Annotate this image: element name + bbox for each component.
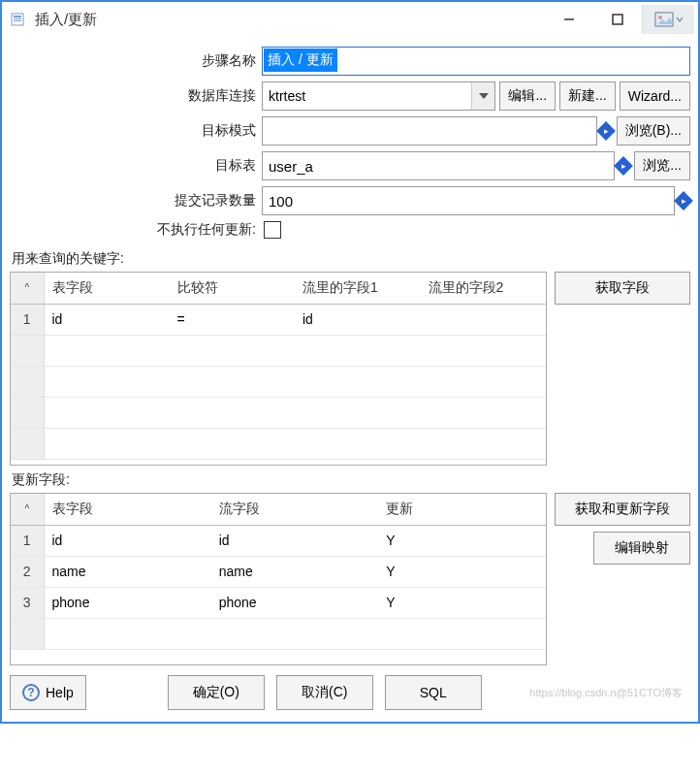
- minimize-button[interactable]: [545, 5, 593, 34]
- variable-icon: [614, 156, 633, 176]
- get-update-fields-button[interactable]: 获取和更新字段: [555, 493, 690, 526]
- help-icon: ?: [22, 684, 40, 701]
- dialog-content: 步骤名称 插入 / 更新 数据库连接 ktrtest 编辑... 新建... W…: [2, 37, 698, 665]
- step-name-input[interactable]: 插入 / 更新: [262, 47, 690, 76]
- table-row[interactable]: 1id=id: [11, 304, 546, 335]
- commit-count-label: 提交记录数量: [10, 192, 262, 210]
- svg-rect-1: [14, 16, 21, 17]
- db-connection-select[interactable]: ktrtest: [262, 81, 495, 111]
- window-title: 插入/更新: [35, 11, 545, 29]
- svg-rect-3: [14, 20, 21, 21]
- table-row[interactable]: 1ididY: [11, 525, 546, 556]
- table-row[interactable]: 2namenameY: [11, 556, 546, 587]
- svg-rect-5: [613, 15, 622, 24]
- new-connection-button[interactable]: 新建...: [559, 81, 616, 111]
- edit-connection-button[interactable]: 编辑...: [499, 81, 556, 111]
- corner-cell: ^: [11, 273, 44, 304]
- db-connection-label: 数据库连接: [10, 87, 262, 105]
- target-schema-input[interactable]: [262, 116, 597, 146]
- help-button[interactable]: ? Help: [10, 675, 86, 710]
- target-table-label: 目标表: [10, 157, 262, 175]
- update-section-label: 更新字段:: [10, 466, 690, 493]
- get-fields-button[interactable]: 获取字段: [555, 272, 690, 305]
- variable-icon: [596, 121, 616, 141]
- sql-button[interactable]: SQL: [385, 675, 482, 710]
- col-stream-field: 流字段: [211, 494, 379, 525]
- col-comparator: 比较符: [170, 273, 296, 304]
- chevron-down-icon: [471, 82, 494, 110]
- col-table-field: 表字段: [44, 494, 211, 525]
- variable-icon: [674, 191, 693, 210]
- no-update-label: 不执行任何更新:: [10, 221, 262, 239]
- app-icon: [10, 11, 27, 28]
- ok-button[interactable]: 确定(O): [168, 675, 265, 710]
- wizard-button[interactable]: Wizard...: [620, 81, 690, 111]
- corner-cell: ^: [11, 494, 44, 525]
- lookup-table[interactable]: ^ 表字段 比较符 流里的字段1 流里的字段2 1id=id....: [10, 272, 547, 466]
- target-table-input[interactable]: [262, 151, 615, 180]
- svg-rect-2: [14, 18, 21, 19]
- col-update: 更新: [378, 494, 546, 525]
- watermark: https://blog.csdn.n@51CTO博客: [529, 686, 690, 700]
- picture-button[interactable]: [642, 5, 694, 34]
- no-update-checkbox[interactable]: [264, 221, 281, 239]
- browse-table-button[interactable]: 浏览...: [634, 151, 690, 180]
- maximize-button[interactable]: [593, 5, 642, 34]
- titlebar: 插入/更新: [2, 2, 698, 37]
- target-schema-label: 目标模式: [10, 122, 262, 140]
- commit-count-input[interactable]: [262, 186, 675, 215]
- dialog-window: 插入/更新 步骤名称 插入 / 更新 数据库连接 ktrtest 编辑... 新…: [0, 0, 700, 724]
- step-name-label: 步骤名称: [10, 52, 262, 70]
- col-stream2: 流里的字段2: [421, 273, 547, 304]
- dialog-footer: ? Help 确定(O) 取消(C) SQL https://blog.csdn…: [2, 665, 698, 722]
- browse-schema-button[interactable]: 浏览(B)...: [617, 116, 690, 146]
- svg-point-7: [658, 16, 662, 19]
- table-row[interactable]: 3phonephoneY: [11, 587, 546, 618]
- col-stream1: 流里的字段1: [295, 273, 421, 304]
- cancel-button[interactable]: 取消(C): [276, 675, 373, 710]
- edit-mapping-button[interactable]: 编辑映射: [593, 532, 690, 565]
- update-table[interactable]: ^ 表字段 流字段 更新 1ididY2namenameY3phonephone…: [10, 493, 547, 665]
- lookup-section-label: 用来查询的关键字:: [10, 244, 690, 272]
- col-table-field: 表字段: [44, 273, 170, 304]
